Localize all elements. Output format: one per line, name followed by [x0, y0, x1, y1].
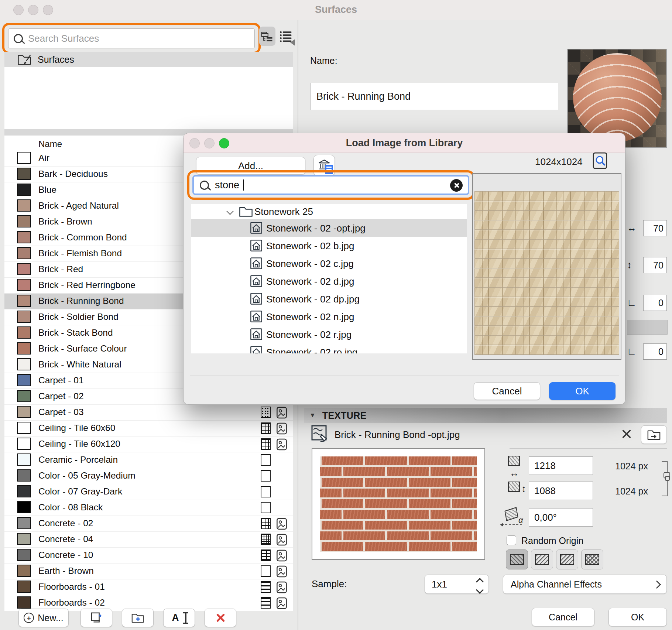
mirror-x-button[interactable] [531, 549, 553, 569]
new-surface-button[interactable]: + New... [18, 609, 69, 627]
surface-name: Floorboards - 01 [38, 582, 105, 592]
side-field-2[interactable]: 70 [643, 257, 667, 273]
rename-letter: A [172, 612, 179, 624]
file-item[interactable]: Stonework - 02 dp.jpg [191, 290, 467, 308]
pattern-icon [261, 470, 271, 482]
file-item[interactable]: Stonework - 02 -opt.jpg [191, 219, 467, 237]
color-swatch [17, 596, 31, 609]
surfaces-window: Surfaces Search Surfaces [0, 0, 672, 630]
image-resolution: 1024x1024 [535, 156, 583, 168]
file-item[interactable]: Stonework - 02 b.jpg [191, 237, 467, 254]
file-item[interactable]: Stonework - 02 r.jpg [191, 325, 467, 343]
list-item[interactable]: Ceiling - Tile 60x60 [4, 421, 293, 436]
mirror-xy-icon [585, 554, 599, 565]
side-field-1[interactable]: 70 [643, 220, 667, 236]
file-item[interactable]: Stonework - 02 c.jpg [191, 254, 467, 272]
random-origin-label: Random Origin [521, 535, 583, 546]
list-item[interactable]: Color - 07 Gray-Dark [4, 484, 293, 500]
image-file-icon [250, 239, 263, 252]
surface-name-input[interactable]: Brick - Running Bond [310, 83, 558, 110]
file-item[interactable]: Stonework - 02 n.jpg [191, 308, 467, 325]
image-file-icon [250, 222, 263, 234]
list-item[interactable]: Concrete - 04 [4, 532, 293, 548]
folder-row[interactable]: Stonework 25 [191, 204, 467, 219]
window-titlebar: Surfaces [0, 0, 672, 20]
file-name: Stonework - 02 dp.jpg [266, 294, 360, 305]
photo-icon [276, 422, 287, 435]
dialog-search-input[interactable]: stone [192, 175, 469, 195]
list-item[interactable]: Floorboards - 01 [4, 579, 293, 595]
texture-height-input[interactable]: 1088 [529, 482, 593, 500]
surface-name: Brick - Soldier Bond [38, 312, 119, 322]
texture-section-header[interactable]: ▼ TEXTURE [304, 408, 667, 423]
color-swatch [17, 485, 31, 497]
brick-texture-image [320, 456, 477, 552]
alpha-channel-effects-button[interactable]: Alpha Channel Effects [503, 575, 667, 594]
color-swatch [17, 247, 31, 259]
duplicate-surface-button[interactable] [80, 609, 112, 627]
file-name: Stonework - 02 b.jpg [266, 240, 354, 252]
side-field-4[interactable]: 0 [643, 343, 667, 360]
texture-width-icon [508, 456, 520, 466]
pattern-icon [261, 581, 271, 593]
dialog-ok-button[interactable]: OK [549, 382, 616, 400]
texture-width-input[interactable]: 1218 [529, 456, 593, 475]
remove-texture-icon[interactable] [620, 428, 633, 440]
color-swatch [17, 406, 31, 418]
tree-view-button[interactable] [259, 27, 275, 46]
list-item[interactable]: Ceramic - Porcelain [4, 452, 293, 468]
color-swatch [17, 231, 31, 243]
mirror-y-icon [560, 554, 574, 565]
list-item[interactable]: Color - 08 Black [4, 500, 293, 516]
load-texture-button[interactable] [641, 425, 667, 444]
chain-link-icon[interactable] [664, 472, 670, 479]
view-mode-buttons [259, 27, 294, 46]
disabled-field [627, 320, 668, 335]
photo-icon [276, 438, 287, 451]
new-folder-button[interactable] [122, 609, 154, 627]
color-swatch [17, 184, 31, 196]
name-column-header: Name [38, 139, 62, 149]
search-highlight-ring: Search Surfaces [2, 23, 261, 54]
surface-name: Bark - Deciduous [38, 169, 108, 179]
color-swatch [17, 326, 31, 339]
list-item[interactable]: Earth - Brown [4, 564, 293, 579]
sample-value: 1x1 [432, 579, 447, 590]
texture-rotation-input[interactable]: 0,00° [529, 508, 593, 527]
collapse-panel-icon[interactable] [290, 39, 295, 46]
list-item[interactable]: Concrete - 10 [4, 548, 293, 564]
delete-button[interactable] [205, 609, 236, 627]
color-swatch [17, 295, 31, 307]
mirror-none-button[interactable] [506, 549, 528, 569]
clear-search-icon[interactable] [450, 179, 463, 192]
mirror-xy-button[interactable] [581, 549, 603, 569]
sample-select[interactable]: 1x1 [425, 575, 489, 594]
photo-icon [276, 581, 287, 593]
name-label: Name: [310, 55, 337, 66]
file-item[interactable]: Stonework - 02 d.jpg [191, 272, 467, 290]
rename-button[interactable]: A [163, 609, 195, 627]
image-file-icon [250, 310, 263, 323]
sidebar-item-surfaces-root[interactable]: Surfaces [4, 52, 293, 67]
list-item[interactable]: Carpet - 03 [4, 405, 293, 421]
list-item[interactable]: Color - 05 Gray-Medium [4, 468, 293, 484]
surface-name: Concrete - 02 [38, 518, 93, 528]
ok-button[interactable]: OK [608, 608, 667, 626]
file-name: Stonework - 02 n.jpg [266, 311, 354, 323]
file-item[interactable]: Stonework - 02 ro.jpg [191, 343, 467, 353]
list-item[interactable]: Ceiling - Tile 60x120 [4, 436, 293, 452]
color-swatch [17, 152, 31, 164]
color-swatch [17, 215, 31, 227]
color-swatch [17, 549, 31, 561]
list-item[interactable]: Concrete - 02 [4, 516, 293, 532]
file-name: Stonework - 02 r.jpg [266, 329, 352, 340]
search-input[interactable]: Search Surfaces [8, 28, 255, 48]
random-origin-checkbox[interactable] [507, 535, 516, 545]
dialog-cancel-button[interactable]: Cancel [474, 382, 540, 400]
preview-toggle-icon[interactable] [592, 152, 610, 170]
image-file-icon [250, 257, 263, 270]
mirror-y-button[interactable] [556, 549, 578, 569]
cancel-button[interactable]: Cancel [532, 608, 594, 626]
library-file-list: Stonework 25 Stonework - 02 -opt.jpgSton… [191, 204, 467, 353]
side-field-3[interactable]: 0 [643, 295, 667, 311]
